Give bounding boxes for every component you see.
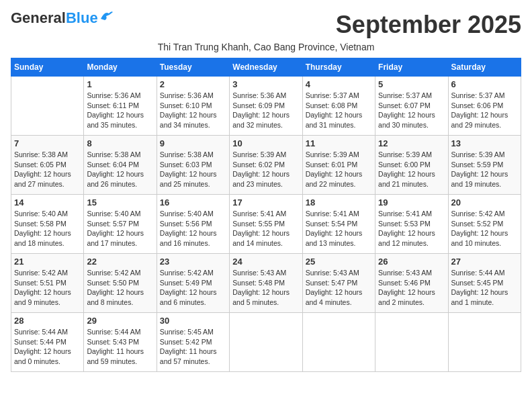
sunrise-time: Sunrise: 5:44 AM [451,269,505,277]
sunset-time: Sunset: 5:58 PM [14,220,66,228]
logo-blue: Blue [66,9,98,26]
day-number: 5 [378,79,445,89]
calendar-cell: 12 Sunrise: 5:39 AM Sunset: 6:00 PM Dayl… [375,136,448,195]
sunset-time: Sunset: 5:53 PM [378,220,431,228]
daylight-hours: Daylight: 12 hours and 5 minutes. [232,288,290,306]
sunset-time: Sunset: 5:57 PM [87,220,139,228]
sunset-time: Sunset: 5:59 PM [451,161,504,169]
sunrise-time: Sunrise: 5:42 AM [451,210,505,218]
daylight-hours: Daylight: 12 hours and 26 minutes. [87,170,144,188]
sunset-time: Sunset: 5:43 PM [87,338,139,346]
sunrise-time: Sunrise: 5:39 AM [451,150,505,158]
day-info: Sunrise: 5:37 AM Sunset: 6:07 PM Dayligh… [378,91,445,130]
calendar-cell: 11 Sunrise: 5:39 AM Sunset: 6:01 PM Dayl… [302,136,375,195]
sunset-time: Sunset: 5:42 PM [160,338,212,346]
calendar-cell: 17 Sunrise: 5:41 AM Sunset: 5:55 PM Dayl… [230,195,302,254]
day-info: Sunrise: 5:45 AM Sunset: 5:42 PM Dayligh… [160,327,226,367]
sunrise-time: Sunrise: 5:45 AM [160,328,214,336]
weekday-header-monday: Monday [84,58,157,77]
day-number: 15 [87,197,153,208]
day-info: Sunrise: 5:39 AM Sunset: 6:02 PM Dayligh… [232,150,299,189]
day-info: Sunrise: 5:42 AM Sunset: 5:51 PM Dayligh… [14,268,81,308]
calendar-cell: 24 Sunrise: 5:43 AM Sunset: 5:48 PM Dayl… [230,254,302,313]
sunset-time: Sunset: 6:08 PM [306,101,358,109]
calendar-cell: 26 Sunrise: 5:43 AM Sunset: 5:46 PM Dayl… [375,254,448,313]
sunrise-time: Sunrise: 5:42 AM [14,269,68,277]
sunrise-time: Sunrise: 5:37 AM [378,91,432,99]
calendar-cell: 16 Sunrise: 5:40 AM Sunset: 5:56 PM Dayl… [157,195,229,254]
sunrise-time: Sunrise: 5:42 AM [160,269,214,277]
day-info: Sunrise: 5:44 AM Sunset: 5:45 PM Dayligh… [451,268,518,308]
day-number: 11 [306,138,372,148]
page-header: GeneralBlue September 2025 [11,11,521,39]
logo: GeneralBlue [11,11,114,26]
logo-bird-icon [99,9,114,21]
day-info: Sunrise: 5:44 AM Sunset: 5:43 PM Dayligh… [87,327,153,367]
day-number: 25 [306,257,372,267]
sunset-time: Sunset: 6:03 PM [160,161,212,169]
daylight-hours: Daylight: 12 hours and 32 minutes. [232,111,290,129]
day-info: Sunrise: 5:40 AM Sunset: 5:58 PM Dayligh… [14,209,81,248]
day-info: Sunrise: 5:36 AM Sunset: 6:11 PM Dayligh… [87,91,153,130]
daylight-hours: Daylight: 12 hours and 13 minutes. [306,229,363,247]
daylight-hours: Daylight: 12 hours and 2 minutes. [378,288,435,306]
sunrise-time: Sunrise: 5:36 AM [232,91,286,99]
sunset-time: Sunset: 5:55 PM [232,220,285,228]
sunrise-time: Sunrise: 5:38 AM [87,150,140,158]
daylight-hours: Daylight: 12 hours and 16 minutes. [160,229,217,247]
sunrise-time: Sunrise: 5:39 AM [378,150,432,158]
day-number: 1 [87,79,153,89]
daylight-hours: Daylight: 12 hours and 30 minutes. [378,111,435,129]
calendar-cell: 22 Sunrise: 5:42 AM Sunset: 5:50 PM Dayl… [84,254,157,313]
day-info: Sunrise: 5:37 AM Sunset: 6:06 PM Dayligh… [451,91,518,130]
day-number: 18 [306,197,372,208]
weekday-header-friday: Friday [375,58,448,77]
day-info: Sunrise: 5:43 AM Sunset: 5:46 PM Dayligh… [378,268,445,308]
calendar-cell: 28 Sunrise: 5:44 AM Sunset: 5:44 PM Dayl… [11,313,84,372]
day-info: Sunrise: 5:39 AM Sunset: 6:01 PM Dayligh… [306,150,372,189]
sunrise-time: Sunrise: 5:38 AM [14,150,68,158]
calendar-cell [11,77,84,136]
calendar-cell: 10 Sunrise: 5:39 AM Sunset: 6:02 PM Dayl… [230,136,302,195]
daylight-hours: Daylight: 12 hours and 22 minutes. [306,170,363,188]
weekday-header-saturday: Saturday [448,58,521,77]
day-info: Sunrise: 5:43 AM Sunset: 5:48 PM Dayligh… [232,268,299,308]
calendar-cell: 21 Sunrise: 5:42 AM Sunset: 5:51 PM Dayl… [11,254,84,313]
day-number: 24 [232,257,299,267]
sunrise-time: Sunrise: 5:41 AM [306,210,359,218]
daylight-hours: Daylight: 12 hours and 34 minutes. [160,111,217,129]
subtitle: Thi Tran Trung Khanh, Cao Bang Province,… [11,42,521,52]
daylight-hours: Daylight: 12 hours and 23 minutes. [232,170,290,188]
daylight-hours: Daylight: 11 hours and 59 minutes. [87,347,144,365]
calendar-cell: 6 Sunrise: 5:37 AM Sunset: 6:06 PM Dayli… [448,77,521,136]
sunset-time: Sunset: 5:45 PM [451,279,504,287]
calendar-cell [230,313,302,372]
day-number: 8 [87,138,153,148]
calendar-cell: 27 Sunrise: 5:44 AM Sunset: 5:45 PM Dayl… [448,254,521,313]
sunset-time: Sunset: 5:46 PM [378,279,431,287]
weekday-header-sunday: Sunday [11,58,84,77]
weekday-header-thursday: Thursday [302,58,375,77]
calendar-week-1: 1 Sunrise: 5:36 AM Sunset: 6:11 PM Dayli… [11,77,521,136]
calendar-cell [375,313,448,372]
daylight-hours: Daylight: 12 hours and 25 minutes. [160,170,217,188]
day-number: 19 [378,197,445,208]
day-number: 29 [87,316,153,326]
day-number: 21 [14,257,81,267]
sunset-time: Sunset: 5:49 PM [160,279,212,287]
daylight-hours: Daylight: 12 hours and 12 minutes. [378,229,435,247]
calendar-cell: 5 Sunrise: 5:37 AM Sunset: 6:07 PM Dayli… [375,77,448,136]
calendar-cell: 7 Sunrise: 5:38 AM Sunset: 6:05 PM Dayli… [11,136,84,195]
day-number: 26 [378,257,445,267]
sunrise-time: Sunrise: 5:41 AM [232,210,286,218]
calendar-cell: 19 Sunrise: 5:41 AM Sunset: 5:53 PM Dayl… [375,195,448,254]
sunset-time: Sunset: 5:50 PM [87,279,139,287]
month-title: September 2025 [336,11,521,39]
calendar-cell [448,313,521,372]
weekday-header-tuesday: Tuesday [157,58,229,77]
calendar-cell: 29 Sunrise: 5:44 AM Sunset: 5:43 PM Dayl… [84,313,157,372]
sunrise-time: Sunrise: 5:36 AM [87,91,140,99]
day-number: 4 [306,79,372,89]
day-number: 3 [232,79,299,89]
daylight-hours: Daylight: 12 hours and 9 minutes. [14,288,71,306]
